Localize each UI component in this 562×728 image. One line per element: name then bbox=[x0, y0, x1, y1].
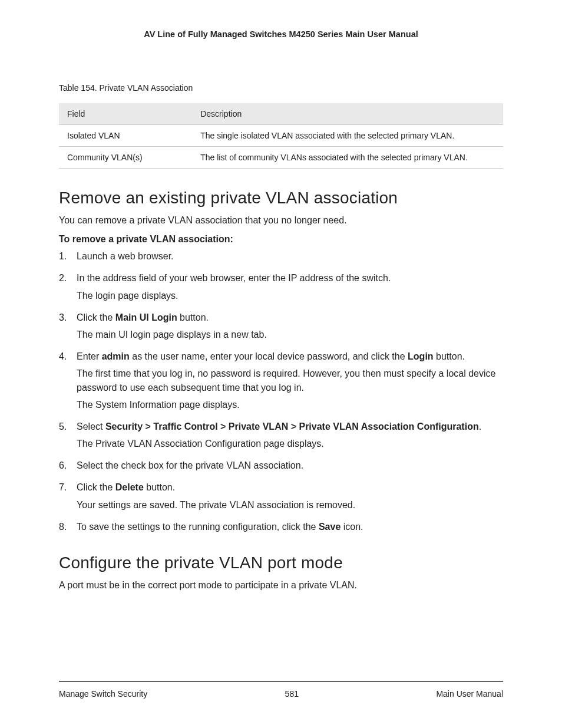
save-label: Save bbox=[319, 522, 340, 532]
step-2: In the address field of your web browser… bbox=[59, 271, 503, 302]
footer-left: Manage Switch Security bbox=[59, 689, 147, 699]
step-4: Enter admin as the user name, enter your… bbox=[59, 350, 503, 411]
step-8: To save the settings to the running conf… bbox=[59, 520, 503, 533]
step-7: Click the Delete button. Your settings a… bbox=[59, 480, 503, 511]
main-ui-login-label: Main UI Login bbox=[115, 312, 177, 322]
section1-intro: You can remove a private VLAN associatio… bbox=[59, 213, 503, 227]
table-cell-description: The single isolated VLAN associated with… bbox=[192, 125, 503, 147]
footer-right: Main User Manual bbox=[436, 689, 503, 699]
step-followup: The login page displays. bbox=[77, 289, 503, 302]
step-text: Launch a web browser. bbox=[77, 251, 174, 261]
footer-page-number: 581 bbox=[285, 689, 299, 699]
step-text: Select Security > Traffic Control > Priv… bbox=[77, 421, 481, 431]
section-heading-port-mode: Configure the private VLAN port mode bbox=[59, 554, 503, 572]
step-text: Click the Main UI Login button. bbox=[77, 312, 209, 322]
private-vlan-association-table: Field Description Isolated VLAN The sing… bbox=[59, 103, 503, 169]
table-header-description: Description bbox=[192, 103, 503, 125]
step-text: Enter admin as the user name, enter your… bbox=[77, 351, 465, 361]
section-heading-remove-association: Remove an existing private VLAN associat… bbox=[59, 189, 503, 207]
step-followup: The System Information page displays. bbox=[77, 398, 503, 411]
table-header-field: Field bbox=[59, 103, 192, 125]
step-followup: Your settings are saved. The private VLA… bbox=[77, 498, 503, 512]
table-cell-description: The list of community VLANs associated w… bbox=[192, 147, 503, 169]
step-text: To save the settings to the running conf… bbox=[77, 522, 363, 532]
step-followup: The main UI login page displays in a new… bbox=[77, 328, 503, 341]
table-cell-field: Isolated VLAN bbox=[59, 125, 192, 147]
step-text: Select the check box for the private VLA… bbox=[77, 460, 303, 470]
login-label: Login bbox=[408, 351, 434, 361]
step-3: Click the Main UI Login button. The main… bbox=[59, 311, 503, 341]
table-row: Community VLAN(s) The list of community … bbox=[59, 147, 503, 169]
table-row: Isolated VLAN The single isolated VLAN a… bbox=[59, 125, 503, 147]
page-footer: Manage Switch Security 581 Main User Man… bbox=[59, 689, 503, 699]
footer-rule bbox=[59, 681, 503, 682]
nav-path-label: Security > Traffic Control > Private VLA… bbox=[105, 421, 479, 431]
step-followup: The Private VLAN Association Configurati… bbox=[77, 437, 503, 450]
step-1: Launch a web browser. bbox=[59, 249, 503, 263]
step-followup: The first time that you log in, no passw… bbox=[77, 367, 503, 394]
delete-label: Delete bbox=[115, 482, 144, 492]
step-text: In the address field of your web browser… bbox=[77, 273, 391, 283]
step-5: Select Security > Traffic Control > Priv… bbox=[59, 420, 503, 450]
procedure-lead: To remove a private VLAN association: bbox=[59, 234, 503, 245]
admin-label: admin bbox=[102, 351, 130, 361]
step-text: Click the Delete button. bbox=[77, 482, 175, 492]
running-header: AV Line of Fully Managed Switches M4250 … bbox=[59, 29, 503, 39]
section2-intro: A port must be in the correct port mode … bbox=[59, 578, 503, 592]
procedure-steps: Launch a web browser. In the address fie… bbox=[59, 249, 503, 533]
table-cell-field: Community VLAN(s) bbox=[59, 147, 192, 169]
step-6: Select the check box for the private VLA… bbox=[59, 459, 503, 472]
table-caption: Table 154. Private VLAN Association bbox=[59, 83, 503, 93]
